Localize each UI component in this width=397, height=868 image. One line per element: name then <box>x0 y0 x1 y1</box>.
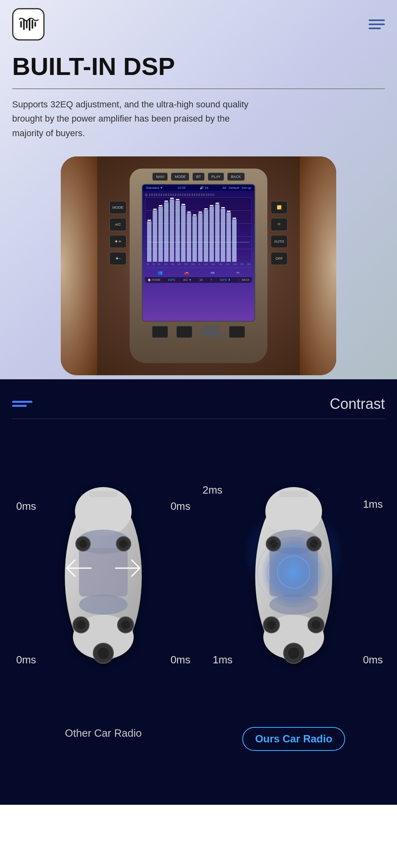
svg-point-31 <box>269 540 277 548</box>
svg-point-35 <box>267 620 276 629</box>
screen-standard: Standard ▼ <box>146 186 163 190</box>
r-btn-1[interactable]: 🔁 <box>271 201 288 214</box>
svg-point-21 <box>98 648 109 659</box>
side-buttons-left: MODE A/C ✦+ ✦- <box>109 201 126 265</box>
other-car-ms-tl: 0ms <box>16 500 36 513</box>
header-section: BUILT-IN DSP Supports 32EQ adjustment, a… <box>0 0 397 379</box>
svg-rect-0 <box>20 21 22 28</box>
screen-header: Standard ▼ 12:03 🔊 18 All Default Set up <box>143 185 254 191</box>
title-divider <box>12 88 385 89</box>
other-car-label-area: 0ms 0ms 0ms 0ms <box>12 435 194 719</box>
eq-display: Q: 2.0 2.0 2.0 2.0 2.0 2.0 2.0 2.0 2.0 2… <box>143 191 254 315</box>
radio-screen: Standard ▼ 12:03 🔊 18 All Default Set up… <box>142 184 255 322</box>
svg-rect-5 <box>34 22 36 27</box>
car-radio-image: NAVI MODE BT PLAY BACK Standard ▼ 12:03 … <box>12 152 385 379</box>
svg-point-37 <box>312 620 320 629</box>
svg-point-15 <box>120 540 128 548</box>
auto-btn[interactable]: AUTO <box>271 235 288 248</box>
side-buttons-right: 🔁 👁 AUTO OFF <box>271 201 288 265</box>
bt-btn[interactable]: BT <box>192 173 205 181</box>
menu-button[interactable] <box>369 19 385 29</box>
play-btn[interactable]: PLAY <box>208 173 224 181</box>
top-buttons-row: NAVI MODE BT PLAY BACK <box>152 173 245 181</box>
svg-rect-4 <box>32 20 33 29</box>
other-car-svg <box>55 479 152 673</box>
ours-car-ms-tl: 2ms <box>203 484 222 496</box>
svg-rect-9 <box>79 548 128 596</box>
back-btn-top[interactable]: BACK <box>227 173 245 181</box>
screen-eq-labels: All Default Set up <box>222 186 251 190</box>
contrast-divider <box>12 419 385 419</box>
svg-point-10 <box>79 594 128 615</box>
logo-icon <box>18 16 38 32</box>
mode-btn[interactable]: MODE <box>171 173 189 181</box>
other-car-ms-tr: 0ms <box>171 500 190 513</box>
mode-side-btn[interactable]: MODE <box>109 201 126 214</box>
ours-car-label-area: 2ms 1ms 1ms 0ms <box>203 435 385 719</box>
svg-point-39 <box>288 648 299 659</box>
screen-time: 12:03 <box>177 186 186 190</box>
ours-car-ms-tr: 1ms <box>363 498 383 511</box>
ours-car-item: 2ms 1ms 1ms 0ms <box>203 435 385 751</box>
contrast-title: Contrast <box>330 396 385 413</box>
description-text: Supports 32EQ adjustment, and the ultra-… <box>12 97 255 140</box>
svg-point-13 <box>79 540 87 548</box>
other-car-svg-container <box>55 479 152 675</box>
page-title: BUILT-IN DSP <box>12 53 385 80</box>
r-btn-2[interactable]: 👁 <box>271 218 288 231</box>
svg-point-17 <box>77 620 85 629</box>
svg-rect-22 <box>89 491 117 497</box>
other-car-name: Other Car Radio <box>65 727 141 740</box>
ours-car-name: Ours Car Radio <box>242 727 346 751</box>
car-comparison: 0ms 0ms 0ms 0ms <box>12 435 385 751</box>
svg-rect-2 <box>26 20 28 28</box>
ours-car-ms-br: 0ms <box>363 654 383 666</box>
header-top-bar <box>12 8 385 41</box>
svg-point-33 <box>310 540 318 548</box>
ours-car-ms-bl: 1ms <box>213 654 233 666</box>
contrast-icon <box>12 401 32 407</box>
contrast-section: Contrast 0ms 0ms 0ms 0ms <box>0 379 397 805</box>
other-car-ms-br: 0ms <box>171 654 190 666</box>
svg-rect-40 <box>280 491 308 497</box>
car-interior: NAVI MODE BT PLAY BACK Standard ▼ 12:03 … <box>61 156 336 375</box>
ours-car-svg <box>245 479 342 673</box>
other-car-item: 0ms 0ms 0ms 0ms <box>12 435 194 751</box>
plus-side-btn[interactable]: ✦+ <box>109 235 126 248</box>
other-car-ms-bl: 0ms <box>16 654 36 666</box>
minus-side-btn[interactable]: ✦- <box>109 252 126 265</box>
contrast-header: Contrast <box>12 396 385 413</box>
screen-volume: 🔊 18 <box>200 186 208 190</box>
off-btn[interactable]: OFF <box>271 252 288 265</box>
center-console: NAVI MODE BT PLAY BACK Standard ▼ 12:03 … <box>130 169 267 363</box>
ours-car-svg-container <box>245 479 342 675</box>
navi-btn[interactable]: NAVI <box>152 173 168 181</box>
brand-logo <box>12 8 45 41</box>
ac-side-btn[interactable]: A/C <box>109 218 126 231</box>
svg-point-19 <box>121 620 130 629</box>
